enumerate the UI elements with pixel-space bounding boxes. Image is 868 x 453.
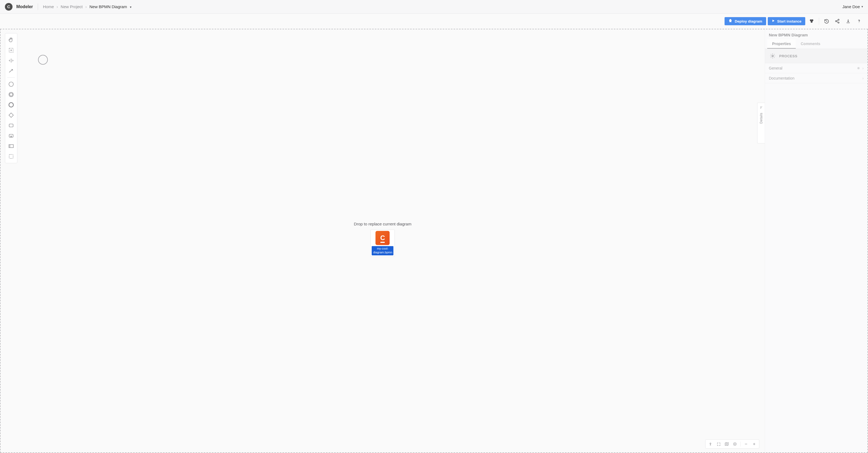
deploy-button-label: Deploy diagram	[735, 19, 762, 23]
data-object-tool-icon[interactable]	[6, 141, 16, 151]
user-name: Jane Doe	[842, 4, 860, 9]
global-connect-tool-icon[interactable]	[6, 66, 16, 76]
tool-palette	[5, 33, 18, 163]
section-title: PROCESS	[779, 54, 797, 58]
breadcrumb-home[interactable]: Home	[43, 4, 54, 9]
reset-view-icon[interactable]	[707, 441, 714, 447]
divider	[740, 442, 741, 447]
share-icon[interactable]	[833, 17, 842, 26]
minimap-icon[interactable]	[723, 441, 731, 447]
collaborators-icon[interactable]	[807, 17, 816, 26]
fullscreen-icon[interactable]	[715, 441, 722, 447]
row-documentation[interactable]: Documentation ›	[765, 73, 867, 84]
svg-point-1	[811, 19, 813, 21]
gear-icon	[769, 52, 776, 60]
svg-point-17	[710, 443, 711, 444]
file-icon: C	[375, 231, 390, 245]
canvas-controls	[705, 440, 759, 449]
task-tool-icon[interactable]	[6, 121, 16, 130]
breadcrumb-diagram-label: New BPMN Diagram	[89, 4, 127, 9]
breadcrumb-project[interactable]: New Project	[61, 4, 83, 9]
chevron-right-icon: ›	[85, 4, 87, 9]
dragged-file: C my-cool-diagram.bpmn	[370, 229, 395, 257]
top-bar: C Modeler Home › New Project › New BPMN …	[0, 0, 868, 13]
user-menu[interactable]: Jane Doe ▾	[842, 4, 863, 9]
space-tool-icon[interactable]	[6, 56, 16, 65]
intermediate-event-tool-icon[interactable]	[6, 90, 16, 99]
main-area: Drop to replace current diagram C my-coo…	[0, 29, 868, 453]
zoom-in-icon[interactable]	[750, 441, 758, 447]
svg-point-10	[10, 93, 13, 96]
panel-title: New BPMN Diagram	[765, 29, 867, 39]
svg-point-19	[735, 444, 736, 445]
center-icon[interactable]	[731, 441, 739, 447]
details-label: Details	[759, 113, 763, 124]
svg-rect-16	[9, 155, 13, 159]
divider	[7, 77, 15, 78]
gateway-tool-icon[interactable]	[6, 110, 16, 120]
divider	[819, 18, 819, 25]
start-event-tool-icon[interactable]	[6, 79, 16, 89]
brand-badge: C	[5, 3, 12, 10]
rocket-icon	[728, 19, 733, 24]
svg-point-0	[810, 19, 812, 21]
start-instance-button[interactable]: Start instance	[768, 17, 805, 25]
svg-point-6	[859, 22, 859, 23]
row-general-label: General	[769, 66, 782, 70]
bpmn-start-event[interactable]	[38, 55, 48, 65]
download-icon[interactable]	[843, 17, 853, 26]
history-icon[interactable]	[822, 17, 831, 26]
zoom-out-icon[interactable]	[742, 441, 750, 447]
details-toggle[interactable]: Details	[757, 103, 765, 143]
svg-point-2	[811, 21, 813, 23]
brand-name: Modeler	[16, 4, 33, 9]
end-event-tool-icon[interactable]	[6, 100, 16, 110]
section-process: PROCESS	[765, 49, 867, 63]
svg-rect-14	[10, 136, 12, 137]
status-dot-icon	[858, 67, 860, 69]
chevron-right-icon: ›	[862, 66, 864, 70]
svg-point-5	[838, 22, 839, 23]
properties-panel: New BPMN Diagram Properties Comments PRO…	[765, 29, 867, 452]
svg-point-3	[838, 19, 839, 21]
hand-tool-icon[interactable]	[6, 35, 16, 45]
chevron-down-icon: ▾	[130, 5, 131, 9]
play-icon	[772, 19, 775, 23]
file-name: my-cool-diagram.bpmn	[372, 246, 393, 255]
start-instance-label: Start instance	[777, 19, 801, 23]
subprocess-tool-icon[interactable]	[6, 131, 16, 141]
canvas[interactable]: Drop to replace current diagram C my-coo…	[1, 29, 765, 452]
drop-zone: Drop to replace current diagram C my-coo…	[354, 222, 411, 257]
tab-comments[interactable]: Comments	[796, 39, 825, 48]
action-bar: Deploy diagram Start instance	[0, 13, 868, 29]
deploy-button[interactable]: Deploy diagram	[724, 17, 766, 25]
lasso-tool-icon[interactable]	[6, 45, 16, 55]
svg-rect-12	[9, 124, 13, 127]
svg-point-4	[835, 21, 837, 22]
svg-point-8	[9, 82, 13, 87]
row-documentation-label: Documentation	[769, 76, 795, 80]
group-tool-icon[interactable]	[6, 152, 16, 161]
chevron-right-icon: ›	[57, 4, 58, 9]
tab-properties[interactable]: Properties	[767, 39, 796, 48]
chevron-right-icon: ›	[862, 76, 864, 80]
menu-icon	[759, 106, 763, 110]
drop-hint: Drop to replace current diagram	[354, 222, 411, 226]
svg-point-11	[9, 103, 13, 107]
help-icon[interactable]	[855, 17, 864, 26]
panel-tabs: Properties Comments	[765, 39, 867, 49]
svg-rect-15	[9, 145, 13, 148]
divider	[38, 3, 38, 10]
breadcrumb: Home › New Project › New BPMN Diagram ▾	[43, 4, 131, 9]
chevron-down-icon: ▾	[862, 5, 863, 8]
breadcrumb-diagram[interactable]: New BPMN Diagram ▾	[89, 4, 131, 9]
row-general[interactable]: General ›	[765, 63, 867, 73]
